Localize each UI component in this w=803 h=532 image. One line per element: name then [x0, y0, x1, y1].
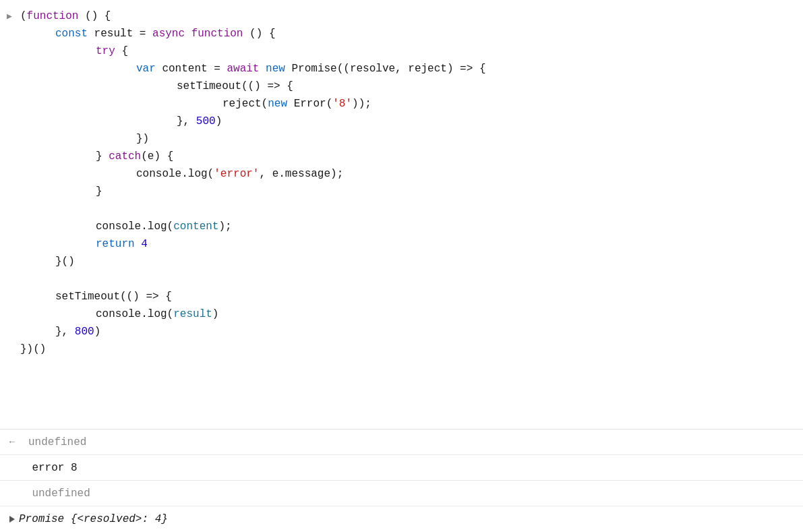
code-text-10: console.log('error', e.message); [20, 166, 343, 183]
return-arrow-3 [9, 488, 25, 498]
code-line-11: } [0, 183, 803, 201]
code-section: ▶ (function () { const result = async fu… [0, 0, 803, 429]
code-line-2: const result = async function () { [0, 26, 803, 43]
output-value-3: undefined [32, 487, 90, 500]
no-arrow-5 [7, 80, 16, 94]
no-arrow-7 [7, 115, 16, 129]
code-text-9: } catch(e) { [20, 148, 173, 166]
output-row-1: ← undefined [0, 430, 803, 455]
no-arrow-18 [7, 308, 16, 322]
code-line-9: } catch(e) { [0, 148, 803, 166]
code-line-8: }) [0, 131, 803, 148]
no-arrow-blank2 [7, 273, 16, 287]
code-text-7: }, 500) [20, 113, 222, 131]
output-row-2: error 8 [0, 455, 803, 481]
code-line-20: })() [0, 341, 803, 359]
no-arrow-2 [7, 28, 16, 42]
output-section: ← undefined error 8 undefined Promise {<… [0, 430, 803, 532]
code-line-3: try { [0, 43, 803, 61]
no-arrow-blank1 [7, 203, 16, 217]
no-arrow-10 [7, 168, 16, 182]
output-value-4: Promise {<resolved>: 4} [19, 513, 168, 525]
code-text-blank1 [20, 201, 27, 218]
code-line-7: }, 500) [0, 113, 803, 131]
code-line-4: var content = await new Promise((resolve… [0, 61, 803, 78]
collapse-arrow-1[interactable]: ▶ [7, 10, 16, 24]
code-line-15: }() [0, 254, 803, 271]
output-value-1: undefined [28, 436, 86, 448]
code-text-3: try { [20, 43, 128, 61]
code-line-19: }, 800) [0, 324, 803, 341]
code-line-1: ▶ (function () { [0, 8, 803, 26]
output-row-3: undefined [0, 481, 803, 506]
no-arrow-6 [7, 98, 16, 112]
code-text-19: }, 800) [20, 324, 100, 341]
code-text-17: setTimeout(() => { [20, 289, 172, 306]
no-arrow-15 [7, 256, 16, 270]
return-arrow-1: ← [9, 437, 22, 447]
code-line-18: console.log(result) [0, 306, 803, 324]
code-text-1: (function () { [20, 8, 111, 26]
code-text-20: })() [20, 341, 46, 359]
code-text-15: }() [20, 254, 75, 271]
code-text-18: console.log(result) [20, 306, 218, 324]
no-arrow-9 [7, 150, 16, 165]
no-arrow-17 [7, 291, 16, 305]
no-arrow-19 [7, 326, 16, 340]
code-text-14: return 4 [20, 236, 148, 254]
output-row-4: Promise {<resolved>: 4} [0, 506, 803, 532]
code-text-blank2 [20, 271, 27, 289]
code-line-5: setTimeout(() => { [0, 78, 803, 96]
console-container: ▶ (function () { const result = async fu… [0, 0, 803, 532]
code-line-blank1 [0, 201, 803, 218]
no-arrow-14 [7, 238, 16, 252]
no-arrow-20 [7, 343, 16, 357]
no-arrow-8 [7, 133, 16, 147]
no-arrow-4 [7, 63, 16, 77]
code-line-13: console.log(content); [0, 218, 803, 236]
no-arrow-3 [7, 45, 16, 59]
no-arrow-13 [7, 220, 16, 235]
code-line-10: console.log('error', e.message); [0, 166, 803, 183]
code-text-13: console.log(content); [20, 218, 232, 236]
code-text-6: reject(new Error('8')); [20, 96, 371, 113]
code-line-14: return 4 [0, 236, 803, 254]
return-arrow-2 [9, 463, 25, 473]
output-value-2: error 8 [32, 462, 77, 474]
code-line-17: setTimeout(() => { [0, 289, 803, 306]
code-text-2: const result = async function () { [20, 26, 275, 43]
code-text-11: } [20, 183, 102, 201]
no-arrow-11 [7, 185, 16, 200]
code-text-4: var content = await new Promise((resolve… [20, 61, 486, 78]
triangle-icon-4[interactable] [9, 516, 15, 523]
code-text-5: setTimeout(() => { [20, 78, 293, 96]
code-line-6: reject(new Error('8')); [0, 96, 803, 113]
code-line-blank2 [0, 271, 803, 289]
code-text-8: }) [20, 131, 149, 148]
